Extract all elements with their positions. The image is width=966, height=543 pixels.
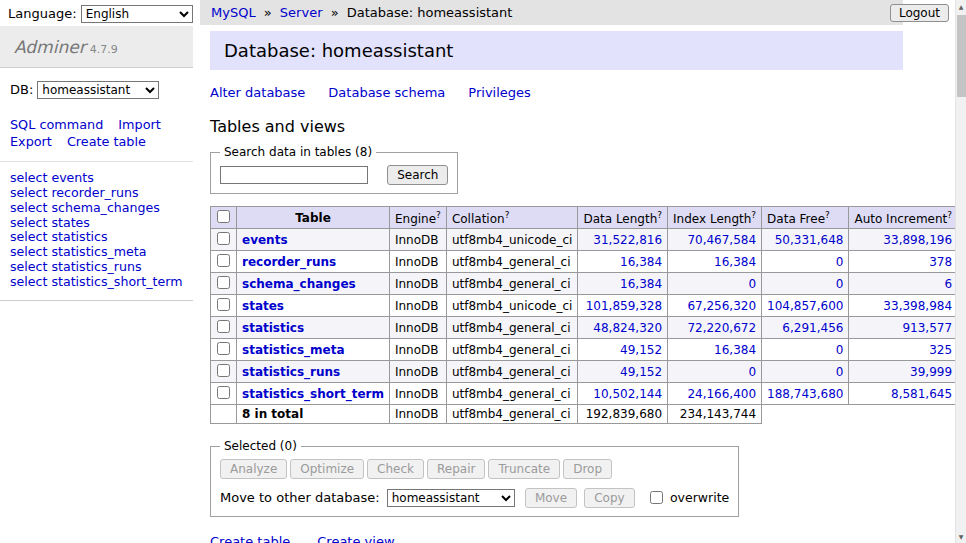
column-hint[interactable]: ?	[505, 210, 510, 220]
move-button[interactable]: Move	[525, 488, 577, 508]
column-hint[interactable]: ?	[947, 210, 952, 220]
sidebar-link-create-table[interactable]: Create table	[67, 134, 146, 149]
scroll-thumb[interactable]	[957, 15, 966, 97]
sidebar-item-select-states[interactable]: select states	[10, 216, 183, 231]
data-length-link[interactable]: 49,152	[620, 365, 662, 379]
action-link-alter-database[interactable]: Alter database	[210, 85, 305, 100]
row-checkbox[interactable]	[217, 364, 230, 377]
action-link-privileges[interactable]: Privileges	[468, 85, 531, 100]
data-free-link[interactable]: 188,743,680	[767, 387, 843, 401]
table-link[interactable]: statistics_meta	[242, 343, 345, 357]
repair-button[interactable]: Repair	[427, 459, 485, 479]
row-checkbox[interactable]	[217, 298, 230, 311]
auto-increment-link[interactable]: 8,581,645	[891, 387, 952, 401]
optimize-button[interactable]: Optimize	[290, 459, 364, 479]
breadcrumb-item[interactable]: MySQL	[211, 5, 256, 20]
column-hint[interactable]: ?	[657, 210, 662, 220]
column-hint[interactable]: ?	[436, 210, 441, 220]
sidebar-link-sql-command[interactable]: SQL command	[10, 117, 103, 132]
row-checkbox[interactable]	[217, 342, 230, 355]
sidebar-link-export[interactable]: Export	[10, 134, 52, 149]
sidebar-item-select-statistics_short_term[interactable]: select statistics_short_term	[10, 275, 183, 290]
copy-button[interactable]: Copy	[584, 488, 634, 508]
column-header-collation[interactable]: Collation?	[446, 207, 578, 229]
auto-increment-link[interactable]: 378	[929, 255, 952, 269]
data-length-link[interactable]: 16,384	[620, 255, 662, 269]
scrollbar[interactable]: ▲ ▼	[955, 0, 966, 543]
truncate-button[interactable]: Truncate	[488, 459, 560, 479]
drop-button[interactable]: Drop	[563, 459, 612, 479]
table-link[interactable]: statistics	[242, 321, 304, 335]
column-header-table[interactable]: Table	[237, 207, 390, 229]
data-length-link[interactable]: 16,384	[620, 277, 662, 291]
column-header-data-length[interactable]: Data Length?	[578, 207, 668, 229]
overwrite-checkbox[interactable]	[650, 491, 663, 504]
auto-increment-link[interactable]: 913,577	[902, 321, 952, 335]
search-input[interactable]	[220, 166, 368, 184]
create-view-link[interactable]: Create view	[317, 534, 394, 543]
auto-increment-link[interactable]: 39,999	[910, 365, 952, 379]
auto-increment-link[interactable]: 325	[929, 343, 952, 357]
breadcrumb-item[interactable]: Server	[280, 5, 323, 20]
action-link-database-schema[interactable]: Database schema	[328, 85, 445, 100]
column-hint[interactable]: ?	[751, 210, 756, 220]
table-link[interactable]: statistics_runs	[242, 365, 340, 379]
column-header-data-free[interactable]: Data Free?	[762, 207, 849, 229]
row-checkbox[interactable]	[217, 386, 230, 399]
analyze-button[interactable]: Analyze	[220, 459, 287, 479]
auto-increment-link[interactable]: 6	[944, 277, 952, 291]
index-length-link[interactable]: 72,220,672	[687, 321, 756, 335]
logout-button[interactable]: Logout	[890, 4, 949, 22]
index-length-link[interactable]: 67,256,320	[687, 299, 756, 313]
index-length-link[interactable]: 16,384	[714, 343, 756, 357]
data-length-link[interactable]: 101,859,328	[586, 299, 662, 313]
sidebar-item-select-statistics_meta[interactable]: select statistics_meta	[10, 245, 183, 260]
data-free-link[interactable]: 6,291,456	[782, 321, 843, 335]
sidebar-item-select-recorder_runs[interactable]: select recorder_runs	[10, 186, 183, 201]
index-length-link[interactable]: 16,384	[714, 255, 756, 269]
table-link[interactable]: events	[242, 233, 288, 247]
column-header-engine[interactable]: Engine?	[389, 207, 446, 229]
index-length-link[interactable]: 0	[748, 277, 756, 291]
data-length-link[interactable]: 49,152	[620, 343, 662, 357]
data-free-link[interactable]: 0	[836, 277, 844, 291]
data-free-link[interactable]: 104,857,600	[767, 299, 843, 313]
app-name-link[interactable]: Adminer	[14, 37, 86, 57]
sidebar-item-select-schema_changes[interactable]: select schema_changes	[10, 201, 183, 216]
data-free-link[interactable]: 0	[836, 343, 844, 357]
column-header-index-length[interactable]: Index Length?	[668, 207, 762, 229]
check-button[interactable]: Check	[367, 459, 424, 479]
move-db-select[interactable]: homeassistant	[387, 489, 515, 507]
row-checkbox[interactable]	[217, 232, 230, 245]
row-checkbox[interactable]	[217, 276, 230, 289]
sidebar-item-select-statistics_runs[interactable]: select statistics_runs	[10, 260, 183, 275]
column-header-auto-increment[interactable]: Auto Increment?	[849, 207, 955, 229]
index-length-link[interactable]: 0	[748, 365, 756, 379]
scroll-down-icon[interactable]: ▼	[956, 530, 966, 543]
table-link[interactable]: states	[242, 299, 284, 313]
data-free-link[interactable]: 0	[836, 255, 844, 269]
create-table-link[interactable]: Create table	[210, 534, 290, 543]
row-checkbox[interactable]	[217, 320, 230, 333]
sidebar-item-select-events[interactable]: select events	[10, 171, 183, 186]
db-select[interactable]: homeassistant	[37, 81, 159, 99]
index-length-link[interactable]: 24,166,400	[687, 387, 756, 401]
data-length-link[interactable]: 10,502,144	[593, 387, 662, 401]
select-all-checkbox[interactable]	[217, 210, 230, 223]
column-hint[interactable]: ?	[825, 210, 830, 220]
language-select[interactable]: English	[81, 5, 193, 23]
data-length-link[interactable]: 31,522,816	[593, 233, 662, 247]
row-checkbox[interactable]	[217, 254, 230, 267]
data-free-link[interactable]: 0	[836, 365, 844, 379]
search-button[interactable]: Search	[387, 165, 448, 185]
data-free-link[interactable]: 50,331,648	[775, 233, 844, 247]
sidebar-item-select-statistics[interactable]: select statistics	[10, 230, 183, 245]
data-length-link[interactable]: 48,824,320	[593, 321, 662, 335]
auto-increment-link[interactable]: 33,898,196	[883, 233, 952, 247]
table-link[interactable]: statistics_short_term	[242, 387, 384, 401]
auto-increment-link[interactable]: 33,398,984	[883, 299, 952, 313]
table-link[interactable]: schema_changes	[242, 277, 356, 291]
scroll-up-icon[interactable]: ▲	[956, 0, 966, 13]
sidebar-link-import[interactable]: Import	[118, 117, 160, 132]
table-link[interactable]: recorder_runs	[242, 255, 336, 269]
